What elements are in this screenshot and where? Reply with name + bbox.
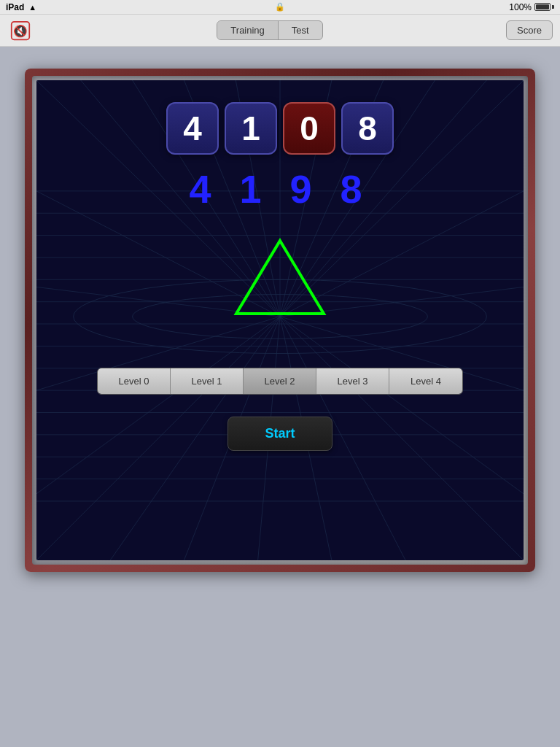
svg-marker-45 <box>236 241 324 314</box>
segment-control: Training Test <box>217 20 322 40</box>
status-bar: iPad ▲ 🔒 100% <box>0 0 560 15</box>
svg-line-31 <box>36 317 280 494</box>
level-0-button[interactable]: Level 0 <box>98 368 171 394</box>
tile-0: 4 <box>166 102 219 155</box>
triangle-indicator <box>229 233 331 324</box>
level-3-button[interactable]: Level 3 <box>316 368 389 394</box>
nav-bar: 🔇 Training Test Score <box>0 15 560 47</box>
game-area: .gridline { stroke: #1a2a4a; stroke-widt… <box>36 80 524 560</box>
tile-3: 8 <box>341 102 394 155</box>
test-tab[interactable]: Test <box>279 21 322 39</box>
level-1-button[interactable]: Level 1 <box>171 368 244 394</box>
status-right: 100% <box>509 2 554 12</box>
level-4-button[interactable]: Level 4 <box>389 368 462 394</box>
training-tab[interactable]: Training <box>217 21 278 39</box>
frame-outer: .gridline { stroke: #1a2a4a; stroke-widt… <box>25 69 535 572</box>
status-left: iPad ▲ <box>6 2 36 12</box>
tiles-row: 4 1 0 8 <box>166 102 394 155</box>
main-area: .gridline { stroke: #1a2a4a; stroke-widt… <box>0 47 560 747</box>
score-button[interactable]: Score <box>506 20 553 40</box>
battery-icon <box>534 3 554 11</box>
battery-percent: 100% <box>509 2 532 12</box>
number-display: 4 1 9 8 <box>189 166 370 212</box>
wifi-icon: ▲ <box>28 3 36 12</box>
tile-1: 1 <box>225 102 277 155</box>
device-label: iPad <box>6 2 24 12</box>
svg-text:🔇: 🔇 <box>13 24 28 38</box>
level-2-button[interactable]: Level 2 <box>244 368 316 394</box>
level-selector: Level 0 Level 1 Level 2 Level 3 Level 4 <box>97 368 463 395</box>
lock-icon: 🔒 <box>275 2 285 12</box>
start-button[interactable]: Start <box>228 417 332 451</box>
mute-icon: 🔇 <box>10 20 31 41</box>
mute-button[interactable]: 🔇 <box>7 20 34 42</box>
tile-2: 0 <box>283 102 335 155</box>
svg-line-36 <box>280 317 524 494</box>
frame-inner: .gridline { stroke: #1a2a4a; stroke-widt… <box>32 76 528 565</box>
